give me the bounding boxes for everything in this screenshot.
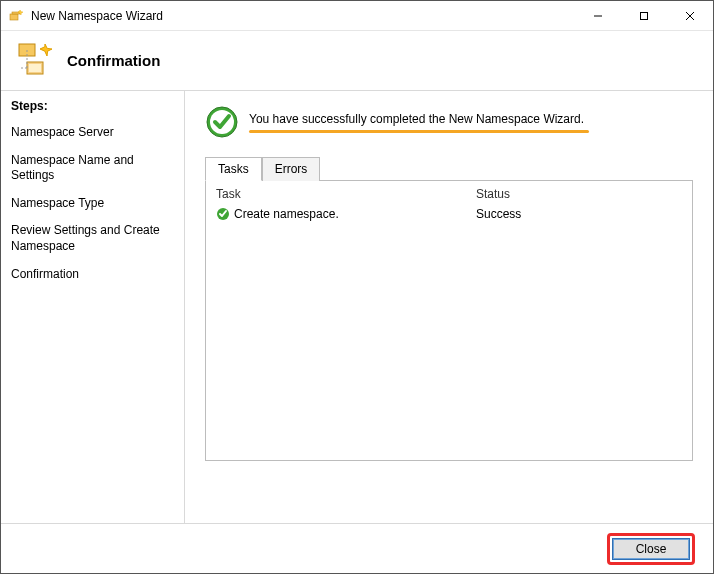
result-row: Create namespace. Success	[206, 205, 692, 223]
svg-rect-3	[641, 12, 648, 19]
step-namespace-type[interactable]: Namespace Type	[1, 190, 184, 218]
svg-rect-8	[29, 64, 41, 72]
content: You have successfully completed the New …	[185, 91, 713, 523]
step-namespace-server[interactable]: Namespace Server	[1, 119, 184, 147]
step-review-settings[interactable]: Review Settings and Create Namespace	[1, 217, 184, 260]
step-namespace-name-settings[interactable]: Namespace Name and Settings	[1, 147, 184, 190]
col-header-task: Task	[216, 187, 476, 201]
close-button-highlight: Close	[607, 533, 695, 565]
tab-errors[interactable]: Errors	[262, 157, 321, 181]
row-task: Create namespace.	[234, 207, 476, 221]
success-check-icon	[205, 105, 239, 139]
step-confirmation[interactable]: Confirmation	[1, 261, 184, 289]
success-text-wrap: You have successfully completed the New …	[249, 112, 693, 133]
tabs: Tasks Errors	[205, 157, 693, 181]
success-underline	[249, 130, 589, 133]
row-status: Success	[476, 207, 682, 221]
body: Steps: Namespace Server Namespace Name a…	[1, 91, 713, 523]
sidebar: Steps: Namespace Server Namespace Name a…	[1, 91, 185, 523]
window-controls	[575, 1, 713, 30]
minimize-button[interactable]	[575, 1, 621, 30]
row-success-icon	[216, 207, 230, 221]
close-window-button[interactable]	[667, 1, 713, 30]
tasks-panel: Task Status Create namespace. Success	[205, 181, 693, 461]
svg-rect-0	[10, 14, 18, 20]
results-header: Task Status	[206, 181, 692, 205]
success-message: You have successfully completed the New …	[249, 112, 693, 130]
maximize-button[interactable]	[621, 1, 667, 30]
window-title: New Namespace Wizard	[31, 9, 575, 23]
wizard-header: Confirmation	[1, 31, 713, 91]
footer: Close	[1, 523, 713, 573]
page-title: Confirmation	[67, 52, 160, 69]
col-header-status: Status	[476, 187, 682, 201]
app-icon	[9, 8, 25, 24]
close-button[interactable]: Close	[612, 538, 690, 560]
tab-tasks[interactable]: Tasks	[205, 157, 262, 181]
steps-label: Steps:	[1, 95, 184, 119]
titlebar: New Namespace Wizard	[1, 1, 713, 31]
success-row: You have successfully completed the New …	[205, 105, 693, 139]
wizard-icon	[15, 40, 57, 82]
